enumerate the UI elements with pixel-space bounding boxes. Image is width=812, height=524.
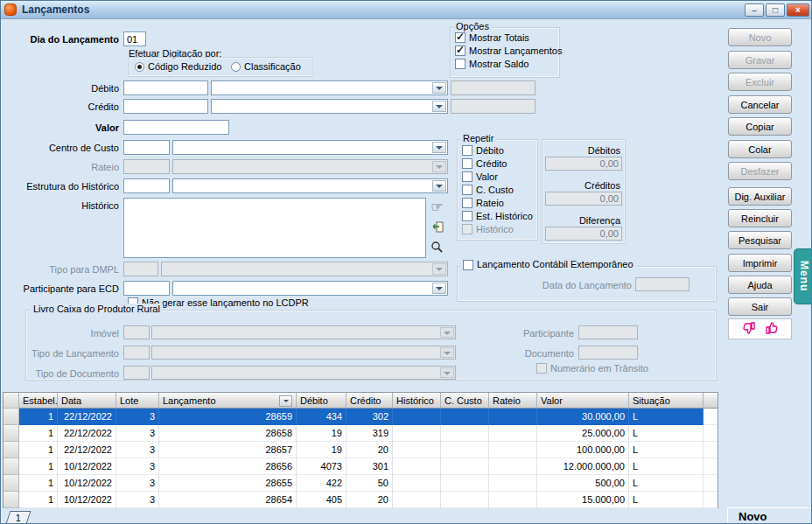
search-historico-icon[interactable]	[429, 239, 445, 255]
cell-ccusto	[441, 442, 489, 458]
header-valor[interactable]: Valor	[537, 393, 629, 409]
radio-codigo-reduzido[interactable]: Código Reduzido	[135, 61, 221, 72]
cell-lancamento: 28657	[159, 442, 297, 458]
cell-credito: 302	[346, 409, 393, 425]
diferenca-label: Diferença	[547, 215, 620, 227]
cell-estabel: 1	[19, 442, 58, 458]
checkbox-repetir-ccusto[interactable]: C. Custo	[462, 185, 514, 195]
estrutura-historico-input[interactable]	[123, 178, 170, 193]
sair-button[interactable]: Sair	[728, 297, 792, 316]
chevron-down-icon[interactable]	[432, 101, 446, 112]
estrutura-historico-combo[interactable]	[172, 178, 448, 193]
row-selector-cell	[4, 492, 19, 508]
cancelar-button[interactable]: Cancelar	[728, 95, 792, 114]
page-tab-1[interactable]: 1	[6, 511, 32, 524]
reincluir-button[interactable]: Reincluir	[728, 209, 792, 227]
header-debito[interactable]: Débito	[297, 393, 346, 409]
imprimir-button[interactable]: Imprimir	[728, 254, 792, 272]
table-row[interactable]: 1 22/12/2022 3 28658 19 319 25.000,00 L	[4, 425, 718, 442]
column-dropdown-icon[interactable]	[279, 395, 292, 407]
chevron-down-icon[interactable]	[432, 142, 446, 153]
cell-lancamento: 28655	[159, 475, 297, 492]
radio-icon	[231, 62, 241, 72]
checkbox-extemporaneo[interactable]: Lançamento Contábil Extemporâneo	[460, 259, 636, 270]
imovel-input	[123, 325, 150, 339]
header-ccusto[interactable]: C. Custo	[441, 393, 489, 409]
cell-valor: 25.000,00	[537, 425, 629, 442]
gravar-button: Gravar	[728, 51, 792, 69]
insert-historico-icon[interactable]	[429, 219, 445, 235]
title-bar[interactable]: Lançamentos – □ ×	[1, 1, 812, 19]
menu-tab[interactable]: Menu	[794, 248, 812, 304]
centro-custo-input[interactable]	[123, 140, 170, 155]
thumbs-up-icon[interactable]	[765, 321, 779, 337]
participante-ecd-input[interactable]	[123, 281, 170, 296]
chevron-down-icon[interactable]	[432, 283, 446, 294]
colar-button[interactable]: Colar	[728, 140, 792, 158]
checkbox-numerario-transito: Numerário em Trânsito	[536, 363, 648, 374]
thumbs-down-icon[interactable]	[742, 321, 756, 337]
checkbox-repetir-rateio[interactable]: Rateio	[462, 198, 504, 208]
tipo-dmpl-input	[123, 262, 158, 276]
cell-ccusto	[441, 425, 489, 442]
maximize-button[interactable]: □	[766, 3, 785, 17]
participante-ecd-combo[interactable]	[172, 281, 448, 296]
table-row[interactable]: 1 10/12/2022 3 28656 4073 301 12.000.000…	[4, 458, 718, 475]
table-row[interactable]: 1 10/12/2022 3 28654 405 20 15.000,00 L	[4, 492, 718, 508]
cell-ccusto	[441, 409, 489, 425]
header-situacao[interactable]: Situação	[629, 393, 704, 409]
checkbox-repetir-credito[interactable]: Crédito	[462, 158, 507, 169]
debito-input[interactable]	[123, 80, 208, 95]
centro-custo-combo[interactable]	[172, 140, 448, 155]
checkbox-repetir-est-historico[interactable]: Est. Histórico	[462, 211, 533, 221]
copiar-button[interactable]: Copiar	[728, 117, 792, 136]
credito-combo[interactable]	[211, 99, 448, 114]
debito-combo[interactable]	[211, 80, 448, 95]
extemporaneo-label: Lançamento Contábil Extemporâneo	[477, 259, 634, 270]
checkbox-repetir-debito[interactable]: Débito	[462, 145, 504, 156]
chevron-down-icon[interactable]	[432, 180, 446, 192]
radio-codigo-reduzido-label: Código Reduzido	[148, 61, 221, 72]
header-lote[interactable]: Lote	[116, 393, 159, 409]
cell-historico	[393, 458, 441, 475]
checkbox-icon	[455, 45, 466, 56]
pointer-hand-icon[interactable]: ☞	[429, 199, 445, 215]
creditos-label: Créditos	[547, 180, 620, 192]
dia-input[interactable]	[123, 31, 146, 46]
header-rateio[interactable]: Rateio	[489, 393, 537, 409]
chevron-down-icon[interactable]	[432, 82, 446, 94]
table-row[interactable]: 1 22/12/2022 3 28659 434 302 30.000,00 L	[4, 409, 718, 425]
radio-classificacao[interactable]: Classificação	[231, 61, 301, 72]
pesquisar-button[interactable]: Pesquisar	[728, 231, 792, 249]
table-row[interactable]: 1 10/12/2022 3 28655 422 50 500,00 L	[4, 475, 718, 492]
credito-input[interactable]	[123, 99, 208, 114]
minimize-button[interactable]: –	[745, 3, 764, 17]
historico-label: Histórico	[6, 200, 119, 212]
ajuda-button[interactable]: Ajuda	[728, 276, 792, 294]
cell-ccusto	[441, 458, 489, 475]
cell-estabel: 1	[19, 458, 58, 475]
valor-input[interactable]	[123, 120, 229, 135]
header-data[interactable]: Data	[58, 393, 116, 409]
close-button[interactable]: ×	[787, 3, 809, 17]
cell-valor: 12.000.000,00	[537, 458, 629, 475]
checkbox-mostrar-totais[interactable]: Mostrar Totais	[455, 32, 529, 43]
header-credito[interactable]: Crédito	[346, 393, 393, 409]
debito-label: Débito	[6, 83, 119, 94]
checkbox-mostrar-saldo[interactable]: Mostrar Saldo	[455, 59, 528, 69]
checkbox-repetir-valor[interactable]: Valor	[462, 171, 498, 182]
cell-lote: 3	[116, 409, 159, 425]
checkbox-mostrar-lancamentos[interactable]: Mostrar Lançamentos	[455, 45, 562, 56]
chevron-down-icon	[440, 327, 454, 338]
header-estabel[interactable]: Estabel.	[19, 393, 58, 409]
cell-lancamento: 28658	[159, 425, 297, 442]
historico-textarea[interactable]	[123, 198, 426, 258]
tipo-documento-input	[123, 366, 150, 380]
dig-auxiliar-button[interactable]: Dig. Auxiliar	[728, 187, 792, 206]
cell-lote: 3	[116, 475, 159, 492]
header-historico[interactable]: Histórico	[393, 393, 441, 409]
header-lancamento[interactable]: Lançamento	[159, 393, 297, 409]
cell-lancamento: 28656	[159, 458, 297, 475]
cell-rateio	[489, 492, 537, 508]
table-row[interactable]: 1 22/12/2022 3 28657 19 20 100.000,00 L	[4, 442, 718, 458]
